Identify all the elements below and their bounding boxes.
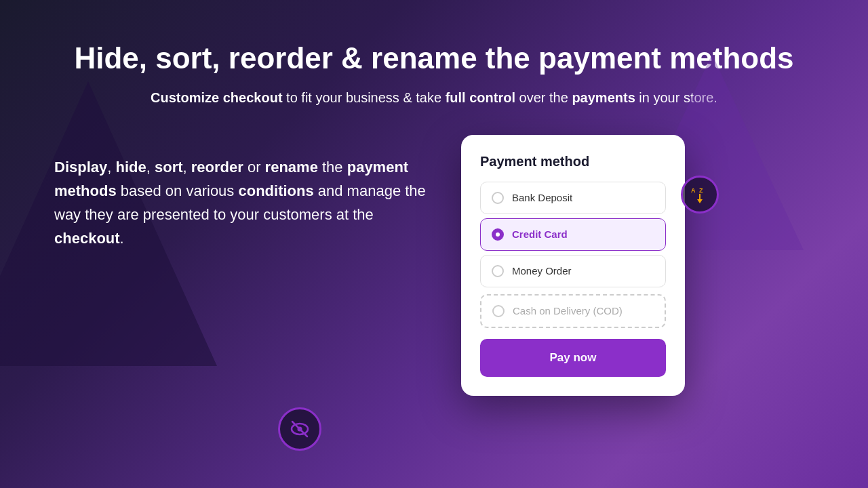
main-row: Display, hide, sort, reorder or rename t… — [0, 121, 868, 396]
text-rename: rename — [265, 159, 318, 176]
subtitle: Customize checkout to fit your business … — [74, 87, 793, 108]
payment-option-cod-label: Cash on Delivery (COD) — [513, 305, 623, 317]
payment-option-bank-deposit-label: Bank Deposit — [512, 192, 572, 203]
text-checkout: checkout — [54, 230, 120, 247]
pay-now-button[interactable]: Pay now — [480, 339, 666, 377]
subtitle-bold-payments: payments — [572, 90, 635, 105]
radio-money-order — [492, 265, 504, 277]
svg-text:A: A — [691, 187, 696, 194]
main-title: Hide, sort, reorder & rename the payment… — [74, 41, 793, 77]
right-section: Payment method Bank Deposit Credit Card — [461, 135, 685, 396]
payment-options-list: Bank Deposit Credit Card Money Order — [480, 182, 666, 287]
payment-option-credit-card-label: Credit Card — [512, 228, 568, 240]
svg-text:Z: Z — [699, 187, 703, 194]
text-display: Display — [54, 159, 107, 176]
subtitle-text3: over the — [515, 90, 572, 105]
radio-bank-deposit — [492, 192, 504, 204]
content-wrapper: Hide, sort, reorder & rename the payment… — [0, 0, 868, 488]
payment-option-bank-deposit[interactable]: Bank Deposit — [480, 182, 666, 214]
sort-az-icon-badge: A Z — [681, 176, 719, 214]
payment-option-credit-card[interactable]: Credit Card — [480, 218, 666, 251]
eye-slash-icon — [288, 418, 311, 441]
text-hide: hide — [116, 159, 146, 176]
subtitle-text2: to fit your business & take — [283, 90, 446, 105]
text-reorder: reorder — [191, 159, 243, 176]
payment-option-money-order-label: Money Order — [512, 265, 572, 277]
radio-credit-card — [492, 228, 504, 241]
text-conditions: conditions — [238, 182, 313, 199]
subtitle-bold-control: full control — [446, 90, 515, 105]
radio-cod — [492, 305, 505, 317]
sort-az-icon: A Z — [690, 184, 710, 205]
svg-marker-3 — [697, 199, 703, 203]
eye-slash-icon-badge — [278, 407, 321, 451]
header-section: Hide, sort, reorder & rename the payment… — [74, 0, 793, 121]
subtitle-bold-customize: Customize checkout — [151, 90, 282, 105]
left-section: Display, hide, sort, reorder or rename t… — [54, 135, 434, 251]
payment-card-title: Payment method — [480, 154, 666, 169]
payment-option-money-order[interactable]: Money Order — [480, 255, 666, 287]
left-text-block: Display, hide, sort, reorder or rename t… — [54, 155, 434, 251]
text-sort: sort — [155, 159, 183, 176]
payment-card: Payment method Bank Deposit Credit Card — [461, 135, 685, 396]
payment-option-cod: Cash on Delivery (COD) — [480, 294, 666, 328]
